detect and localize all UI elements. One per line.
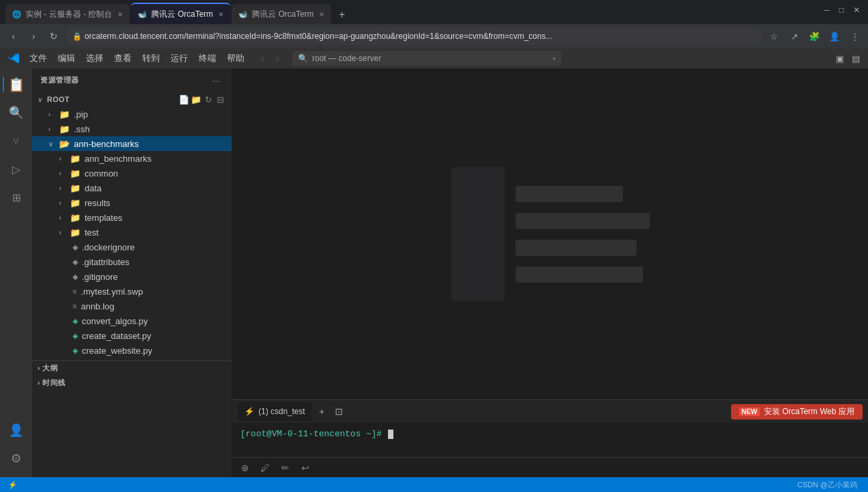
tree-item-templates[interactable]: › 📁 templates bbox=[32, 210, 232, 225]
tree-item-data[interactable]: › 📁 data bbox=[32, 181, 232, 195]
root-label: ROOT bbox=[47, 95, 178, 103]
editor-welcome-graphic bbox=[451, 167, 650, 301]
tree-item-annblog[interactable]: ≡ annb.log bbox=[32, 299, 232, 313]
bottom-btn-1[interactable]: ⊕ bbox=[238, 460, 252, 475]
menu-goto[interactable]: 转到 bbox=[137, 51, 165, 66]
install-label: 安装 OrcaTerm Web 应用 bbox=[764, 406, 855, 417]
menu-file[interactable]: 文件 bbox=[24, 51, 52, 66]
refresh-explorer-btn[interactable]: ↻ bbox=[202, 93, 214, 105]
editor-area bbox=[232, 68, 868, 399]
file-dot-icon: ◆ bbox=[73, 273, 78, 281]
chevron: › bbox=[59, 185, 67, 192]
root-row[interactable]: ∨ ROOT 📄 📁 ↻ ⊟ bbox=[32, 92, 232, 107]
new-file-btn[interactable]: 📄 bbox=[178, 93, 190, 105]
folder-icon: 📁 bbox=[70, 183, 81, 193]
tree-item-ann-benchmarks-child[interactable]: › 📁 ann_benchmarks bbox=[32, 151, 232, 166]
ssh-label: .ssh bbox=[74, 124, 90, 134]
tree-item-pip[interactable]: › 📁 .pip bbox=[32, 107, 232, 121]
collapse-all-btn[interactable]: ⊟ bbox=[214, 93, 226, 105]
win-max[interactable]: □ bbox=[836, 5, 847, 15]
bottom-btn-3[interactable]: ✏ bbox=[278, 460, 293, 475]
tree-item-gitattributes[interactable]: ◆ .gitattributes bbox=[32, 254, 232, 269]
tree-item-test[interactable]: › 📁 test bbox=[32, 225, 232, 240]
timeline-section-header[interactable]: › 时间线 bbox=[32, 375, 232, 390]
forward-button[interactable]: › bbox=[26, 28, 42, 44]
tree-item-convert-algos[interactable]: ◈ convert_algos.py bbox=[32, 313, 232, 328]
outline-label: 大纲 bbox=[42, 363, 58, 373]
new-tab-button[interactable]: + bbox=[332, 5, 351, 24]
win-min[interactable]: ─ bbox=[821, 5, 832, 15]
terminal-tab-csdn[interactable]: ⚡ (1) csdn_test bbox=[238, 402, 311, 421]
tree-item-mytest[interactable]: ≡ .mytest.yml.swp bbox=[32, 284, 232, 299]
back-button[interactable]: ‹ bbox=[5, 28, 21, 44]
menu-view[interactable]: 查看 bbox=[109, 51, 137, 66]
bookmark-icon[interactable]: ☆ bbox=[766, 28, 782, 44]
sidebar-more-btn[interactable]: ··· bbox=[209, 73, 224, 88]
tree-item-ssh[interactable]: › 📁 .ssh bbox=[32, 121, 232, 136]
tab3-icon: 🐋 bbox=[238, 10, 248, 19]
command-search[interactable]: 🔍 root — code-server ▾ bbox=[293, 51, 561, 66]
menu-select[interactable]: 选择 bbox=[81, 51, 109, 66]
tree-item-create-website[interactable]: ◈ create_website.py bbox=[32, 343, 232, 358]
tree-item-create-dataset[interactable]: ◈ create_dataset.py bbox=[32, 328, 232, 343]
folder-icon: 📁 bbox=[70, 168, 81, 179]
menu-terminal[interactable]: 终端 bbox=[193, 51, 222, 66]
browser-tab-3[interactable]: 🐋 腾讯云 OrcaTerm ✕ bbox=[232, 4, 331, 24]
vscode-menubar: 文件 编辑 选择 查看 转到 运行 终端 帮助 ‹ › 🔍 root — cod… bbox=[0, 48, 868, 68]
tree-item-gitignore[interactable]: ◆ .gitignore bbox=[32, 269, 232, 284]
search-text: root — code-server bbox=[312, 54, 381, 63]
accounts-icon: 👤 bbox=[9, 423, 23, 438]
activity-accounts[interactable]: 👤 bbox=[3, 417, 30, 444]
results-label: results bbox=[85, 198, 110, 208]
menu-icon[interactable]: ⋮ bbox=[847, 28, 863, 44]
python-file-icon: ◈ bbox=[73, 317, 78, 326]
browser-tab-1[interactable]: 🌐 实例 - 云服务器 - 控制台 ✕ bbox=[5, 4, 130, 24]
bottom-btn-4[interactable]: ↩ bbox=[298, 460, 313, 475]
tree-item-results[interactable]: › 📁 results bbox=[32, 195, 232, 210]
tree-item-dockerignore[interactable]: ◆ .dockerignore bbox=[32, 240, 232, 254]
outline-section-header[interactable]: › 大纲 bbox=[32, 360, 232, 375]
menu-run[interactable]: 运行 bbox=[165, 51, 193, 66]
orcaterm-install-btn[interactable]: NEW 安装 OrcaTerm Web 应用 bbox=[731, 404, 863, 420]
browser-tab-2[interactable]: 🐋 腾讯云 OrcaTerm ✕ bbox=[131, 3, 230, 24]
tab2-icon: 🐋 bbox=[138, 10, 147, 19]
refresh-button[interactable]: ↻ bbox=[46, 28, 62, 44]
bottom-btn-2[interactable]: 🖊 bbox=[258, 460, 273, 475]
editor-back-button[interactable]: ‹ bbox=[255, 51, 270, 66]
menu-help[interactable]: 帮助 bbox=[222, 51, 250, 66]
activity-files[interactable]: 📋 bbox=[3, 71, 30, 98]
chevron: › bbox=[59, 199, 67, 207]
tab3-label: 腾讯云 OrcaTerm bbox=[252, 9, 314, 20]
tree-item-common[interactable]: › 📁 common bbox=[32, 166, 232, 181]
terminal-new-tab-btn[interactable]: + bbox=[314, 404, 329, 419]
files-icon: 📋 bbox=[8, 77, 25, 93]
ssh-chevron: › bbox=[48, 126, 56, 133]
menu-edit[interactable]: 编辑 bbox=[52, 51, 81, 66]
editor-forward-button[interactable]: › bbox=[270, 51, 285, 66]
layout-toggle-btn[interactable]: ▣ bbox=[832, 50, 848, 66]
share-icon[interactable]: ↗ bbox=[786, 28, 802, 44]
timeline-chevron: › bbox=[38, 379, 40, 387]
tree-item-ann-benchmarks[interactable]: ∨ 📂 ann-benchmarks bbox=[32, 136, 232, 151]
chevron: › bbox=[59, 155, 67, 162]
tab3-close[interactable]: ✕ bbox=[319, 11, 324, 18]
url-input[interactable]: 🔒 orcaterm.cloud.tencent.com/terminal?in… bbox=[66, 28, 762, 45]
activity-source-control[interactable]: ⑂ bbox=[3, 128, 30, 154]
tab2-close[interactable]: ✕ bbox=[218, 11, 224, 18]
sidebar-title: 资源管理器 bbox=[40, 75, 79, 85]
activity-search[interactable]: 🔍 bbox=[3, 99, 30, 126]
profile-icon[interactable]: 👤 bbox=[826, 28, 842, 44]
activity-run-debug[interactable]: ▷ bbox=[3, 156, 30, 183]
activity-settings[interactable]: ⚙ bbox=[3, 445, 30, 472]
common-label: common bbox=[85, 168, 118, 179]
root-chevron: ∨ bbox=[38, 96, 46, 103]
tab1-close[interactable]: ✕ bbox=[117, 11, 123, 18]
panel-toggle-btn[interactable]: ▤ bbox=[848, 50, 864, 66]
bottom-toolbar: ⊕ 🖊 ✏ ↩ bbox=[232, 457, 868, 477]
activity-extensions[interactable]: ⊞ bbox=[3, 184, 30, 211]
extensions-icon[interactable]: 🧩 bbox=[806, 28, 822, 44]
terminal-split-btn[interactable]: ⊡ bbox=[332, 404, 346, 419]
status-terminal-icon[interactable]: ⚡ bbox=[5, 481, 20, 489]
new-folder-btn[interactable]: 📁 bbox=[190, 93, 202, 105]
win-close[interactable]: ✕ bbox=[851, 5, 863, 15]
